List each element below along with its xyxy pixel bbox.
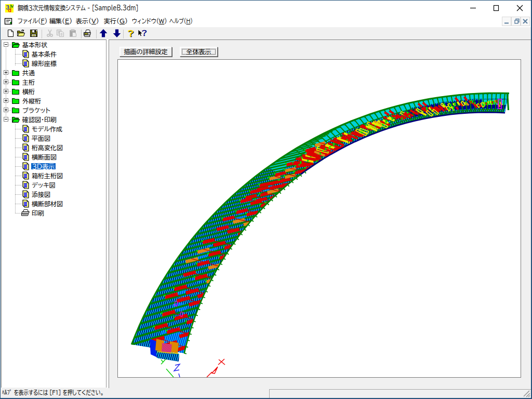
- svg-text:?: ?: [128, 29, 134, 37]
- svg-text:M: M: [10, 4, 14, 9]
